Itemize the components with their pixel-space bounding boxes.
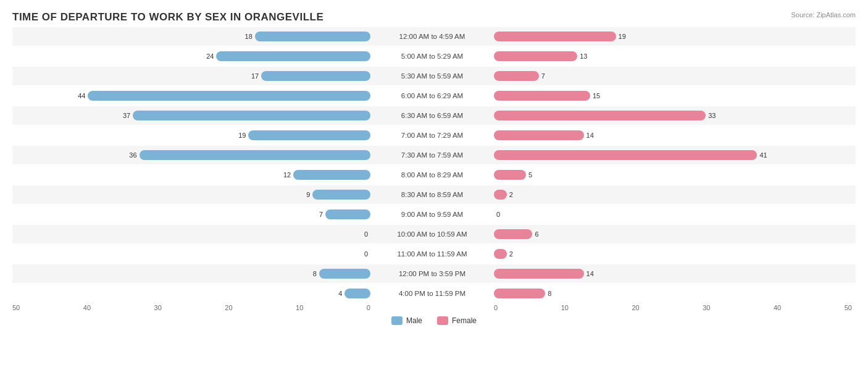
female-value: 6 [535, 230, 547, 238]
axis-tick-right: 50 [845, 304, 852, 311]
male-bar-wrap: 8 [12, 268, 370, 279]
time-label: 6:00 AM to 6:29 AM [370, 92, 494, 99]
axis-tick-left: 40 [83, 304, 91, 311]
table-row: 44 6:00 AM to 6:29 AM 15 [12, 86, 856, 105]
female-side: 2 [494, 189, 852, 200]
male-side: 7 [12, 209, 370, 220]
female-value: 14 [586, 270, 599, 277]
table-row: 24 5:00 AM to 5:29 AM 13 [12, 47, 856, 65]
female-side: 0 [494, 209, 852, 220]
male-side: 8 [12, 268, 370, 279]
time-label: 4:00 PM to 11:59 PM [370, 290, 494, 297]
male-bar [319, 269, 370, 279]
axis-tick-left: 30 [154, 304, 162, 311]
male-bar-wrap: 0 [12, 248, 370, 259]
female-bar-wrap: 7 [494, 70, 852, 82]
male-bar-wrap: 37 [12, 110, 370, 121]
male-bar-wrap: 9 [12, 189, 370, 200]
table-row: 4 4:00 PM to 11:59 PM 8 [12, 284, 856, 303]
female-bar-wrap: 0 [494, 209, 852, 220]
male-bar [261, 71, 370, 81]
male-bar [293, 170, 370, 180]
female-bar [494, 32, 616, 41]
male-bar [248, 130, 370, 140]
axis-tick-right: 0 [494, 304, 498, 311]
female-value: 0 [496, 211, 509, 218]
female-side: 7 [494, 70, 852, 82]
male-bar [216, 51, 370, 61]
table-row: 12 8:00 AM to 8:29 AM 5 [12, 166, 856, 184]
axis-tick-left: 50 [12, 304, 20, 311]
female-bar [494, 289, 545, 298]
female-bar-wrap: 15 [494, 90, 852, 101]
time-label: 8:00 AM to 8:29 AM [370, 171, 494, 179]
female-bar-wrap: 2 [494, 189, 852, 200]
female-bar-wrap: 14 [494, 268, 852, 279]
male-bar-wrap: 0 [12, 229, 370, 240]
male-value: 8 [304, 270, 317, 277]
time-label: 10:00 AM to 10:59 AM [370, 230, 494, 238]
male-side: 0 [12, 229, 370, 240]
female-bar-wrap: 41 [494, 150, 852, 161]
male-value: 7 [311, 211, 323, 218]
table-row: 0 10:00 AM to 10:59 AM 6 [12, 225, 856, 243]
male-side: 19 [12, 130, 370, 141]
male-bar-wrap: 19 [12, 130, 370, 141]
male-bar [312, 190, 370, 200]
female-value: 19 [619, 33, 631, 40]
axis-tick-left: 20 [225, 304, 232, 311]
table-row: 17 5:30 AM to 5:59 AM 7 [12, 67, 856, 85]
axis-tick-left: 10 [296, 304, 303, 311]
table-row: 0 11:00 AM to 11:59 AM 2 [12, 245, 856, 263]
male-value: 24 [201, 53, 214, 60]
female-side: 14 [494, 130, 852, 141]
female-bar-wrap: 8 [494, 288, 852, 299]
male-side: 18 [12, 31, 370, 42]
female-bar-wrap: 33 [494, 110, 852, 121]
female-side: 6 [494, 229, 852, 240]
chart-title: TIME OF DEPARTURE TO WORK BY SEX IN ORAN… [12, 11, 856, 23]
female-value: 15 [593, 92, 605, 99]
female-side: 15 [494, 90, 852, 101]
axis-row: 50403020100 01020304050 [12, 304, 856, 311]
table-row: 8 12:00 PM to 3:59 PM 14 [12, 264, 856, 283]
female-side: 41 [494, 150, 852, 161]
male-side: 36 [12, 150, 370, 161]
table-row: 36 7:30 AM to 7:59 AM 41 [12, 146, 856, 164]
female-bar [494, 190, 507, 200]
axis-tick-right: 10 [561, 304, 569, 311]
male-side: 24 [12, 51, 370, 62]
female-value: 2 [509, 250, 522, 258]
legend-female: Female [437, 316, 477, 325]
chart-container: TIME OF DEPARTURE TO WORK BY SEX IN ORAN… [0, 0, 868, 367]
male-bar-wrap: 7 [12, 209, 370, 220]
male-bar [140, 150, 370, 160]
female-bar-wrap: 5 [494, 169, 852, 180]
time-label: 5:30 AM to 5:59 AM [370, 72, 494, 80]
time-label: 8:30 AM to 8:59 AM [370, 191, 494, 198]
male-side: 9 [12, 189, 370, 200]
female-side: 8 [494, 288, 852, 299]
female-value: 2 [509, 191, 522, 198]
male-legend-label: Male [406, 316, 422, 325]
time-label: 6:30 AM to 6:59 AM [370, 112, 494, 119]
axis-right: 01020304050 [494, 304, 852, 311]
male-value: 37 [118, 112, 130, 119]
legend: Male Female [12, 316, 856, 325]
female-value: 5 [528, 171, 541, 179]
male-bar-wrap: 44 [12, 90, 370, 101]
male-side: 17 [12, 70, 370, 82]
male-value: 0 [356, 250, 368, 258]
axis-tick-left: 0 [367, 304, 370, 311]
male-bar-wrap: 12 [12, 169, 370, 180]
female-legend-label: Female [452, 316, 477, 325]
female-side: 13 [494, 51, 852, 62]
male-bar-wrap: 4 [12, 288, 370, 299]
female-side: 14 [494, 268, 852, 279]
male-value: 4 [330, 290, 342, 297]
female-bar [494, 269, 584, 279]
male-value: 12 [278, 171, 291, 179]
axis-tick-right: 30 [703, 304, 710, 311]
male-legend-box [391, 316, 403, 325]
table-row: 18 12:00 AM to 4:59 AM 19 [12, 27, 856, 46]
